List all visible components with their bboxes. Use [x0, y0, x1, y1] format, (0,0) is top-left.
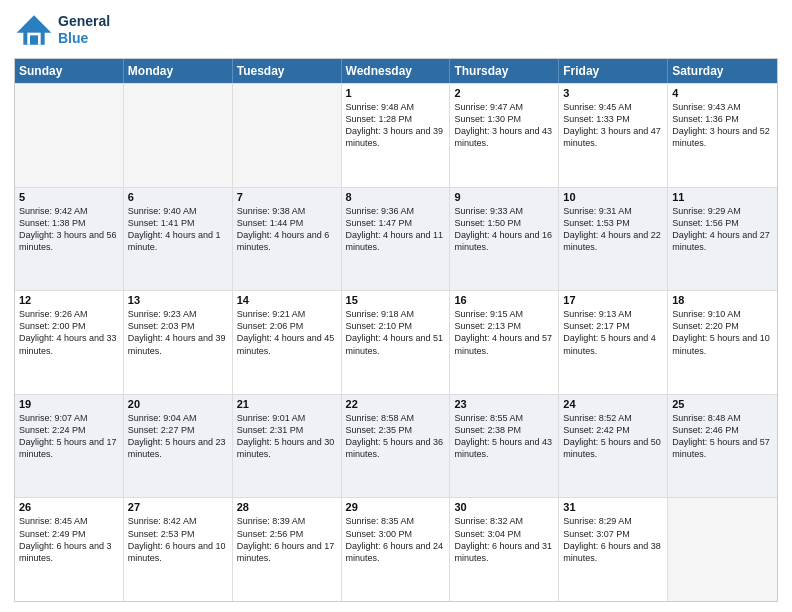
cell-text-21: Sunrise: 9:01 AM Sunset: 2:31 PM Dayligh… [237, 412, 337, 461]
cal-cell-14: 14Sunrise: 9:21 AM Sunset: 2:06 PM Dayli… [233, 291, 342, 394]
day-number-2: 2 [454, 87, 554, 99]
cal-cell-4: 4Sunrise: 9:43 AM Sunset: 1:36 PM Daylig… [668, 84, 777, 187]
day-number-5: 5 [19, 191, 119, 203]
cal-cell-12: 12Sunrise: 9:26 AM Sunset: 2:00 PM Dayli… [15, 291, 124, 394]
day-number-31: 31 [563, 501, 663, 513]
cell-text-2: Sunrise: 9:47 AM Sunset: 1:30 PM Dayligh… [454, 101, 554, 150]
day-number-24: 24 [563, 398, 663, 410]
day-number-23: 23 [454, 398, 554, 410]
cell-text-10: Sunrise: 9:31 AM Sunset: 1:53 PM Dayligh… [563, 205, 663, 254]
day-number-18: 18 [672, 294, 773, 306]
cal-row-1: 5Sunrise: 9:42 AM Sunset: 1:38 PM Daylig… [15, 187, 777, 291]
cell-text-7: Sunrise: 9:38 AM Sunset: 1:44 PM Dayligh… [237, 205, 337, 254]
logo: General Blue [14, 10, 110, 50]
day-number-15: 15 [346, 294, 446, 306]
day-number-17: 17 [563, 294, 663, 306]
cell-text-25: Sunrise: 8:48 AM Sunset: 2:46 PM Dayligh… [672, 412, 773, 461]
day-number-11: 11 [672, 191, 773, 203]
day-number-19: 19 [19, 398, 119, 410]
cal-row-4: 26Sunrise: 8:45 AM Sunset: 2:49 PM Dayli… [15, 497, 777, 601]
cal-cell-26: 26Sunrise: 8:45 AM Sunset: 2:49 PM Dayli… [15, 498, 124, 601]
cal-cell-28: 28Sunrise: 8:39 AM Sunset: 2:56 PM Dayli… [233, 498, 342, 601]
cal-cell-27: 27Sunrise: 8:42 AM Sunset: 2:53 PM Dayli… [124, 498, 233, 601]
cell-text-14: Sunrise: 9:21 AM Sunset: 2:06 PM Dayligh… [237, 308, 337, 357]
header-saturday: Saturday [668, 59, 777, 83]
header-wednesday: Wednesday [342, 59, 451, 83]
logo-text-blue: Blue [58, 30, 110, 47]
cal-cell-22: 22Sunrise: 8:58 AM Sunset: 2:35 PM Dayli… [342, 395, 451, 498]
cell-text-31: Sunrise: 8:29 AM Sunset: 3:07 PM Dayligh… [563, 515, 663, 564]
cal-cell-25: 25Sunrise: 8:48 AM Sunset: 2:46 PM Dayli… [668, 395, 777, 498]
day-number-16: 16 [454, 294, 554, 306]
cell-text-11: Sunrise: 9:29 AM Sunset: 1:56 PM Dayligh… [672, 205, 773, 254]
cell-text-13: Sunrise: 9:23 AM Sunset: 2:03 PM Dayligh… [128, 308, 228, 357]
header: General Blue [14, 10, 778, 50]
cal-cell-8: 8Sunrise: 9:36 AM Sunset: 1:47 PM Daylig… [342, 188, 451, 291]
day-number-20: 20 [128, 398, 228, 410]
cal-cell-20: 20Sunrise: 9:04 AM Sunset: 2:27 PM Dayli… [124, 395, 233, 498]
calendar: SundayMondayTuesdayWednesdayThursdayFrid… [14, 58, 778, 602]
calendar-header: SundayMondayTuesdayWednesdayThursdayFrid… [15, 59, 777, 83]
header-sunday: Sunday [15, 59, 124, 83]
cal-cell-7: 7Sunrise: 9:38 AM Sunset: 1:44 PM Daylig… [233, 188, 342, 291]
day-number-3: 3 [563, 87, 663, 99]
header-thursday: Thursday [450, 59, 559, 83]
day-number-26: 26 [19, 501, 119, 513]
cal-cell-23: 23Sunrise: 8:55 AM Sunset: 2:38 PM Dayli… [450, 395, 559, 498]
cell-text-28: Sunrise: 8:39 AM Sunset: 2:56 PM Dayligh… [237, 515, 337, 564]
cell-text-8: Sunrise: 9:36 AM Sunset: 1:47 PM Dayligh… [346, 205, 446, 254]
cal-cell-3: 3Sunrise: 9:45 AM Sunset: 1:33 PM Daylig… [559, 84, 668, 187]
header-tuesday: Tuesday [233, 59, 342, 83]
cal-cell-6: 6Sunrise: 9:40 AM Sunset: 1:41 PM Daylig… [124, 188, 233, 291]
cal-cell-empty-0-2 [233, 84, 342, 187]
cell-text-5: Sunrise: 9:42 AM Sunset: 1:38 PM Dayligh… [19, 205, 119, 254]
cal-row-3: 19Sunrise: 9:07 AM Sunset: 2:24 PM Dayli… [15, 394, 777, 498]
cal-cell-29: 29Sunrise: 8:35 AM Sunset: 3:00 PM Dayli… [342, 498, 451, 601]
calendar-body: 1Sunrise: 9:48 AM Sunset: 1:28 PM Daylig… [15, 83, 777, 601]
cell-text-26: Sunrise: 8:45 AM Sunset: 2:49 PM Dayligh… [19, 515, 119, 564]
cal-cell-10: 10Sunrise: 9:31 AM Sunset: 1:53 PM Dayli… [559, 188, 668, 291]
cal-cell-21: 21Sunrise: 9:01 AM Sunset: 2:31 PM Dayli… [233, 395, 342, 498]
svg-rect-2 [30, 35, 38, 44]
day-number-29: 29 [346, 501, 446, 513]
header-monday: Monday [124, 59, 233, 83]
cal-cell-11: 11Sunrise: 9:29 AM Sunset: 1:56 PM Dayli… [668, 188, 777, 291]
cal-cell-empty-0-0 [15, 84, 124, 187]
cell-text-24: Sunrise: 8:52 AM Sunset: 2:42 PM Dayligh… [563, 412, 663, 461]
day-number-22: 22 [346, 398, 446, 410]
cal-cell-30: 30Sunrise: 8:32 AM Sunset: 3:04 PM Dayli… [450, 498, 559, 601]
day-number-30: 30 [454, 501, 554, 513]
cell-text-16: Sunrise: 9:15 AM Sunset: 2:13 PM Dayligh… [454, 308, 554, 357]
cal-cell-18: 18Sunrise: 9:10 AM Sunset: 2:20 PM Dayli… [668, 291, 777, 394]
day-number-27: 27 [128, 501, 228, 513]
page: General Blue SundayMondayTuesdayWednesda… [0, 0, 792, 612]
cell-text-15: Sunrise: 9:18 AM Sunset: 2:10 PM Dayligh… [346, 308, 446, 357]
cal-cell-24: 24Sunrise: 8:52 AM Sunset: 2:42 PM Dayli… [559, 395, 668, 498]
cell-text-19: Sunrise: 9:07 AM Sunset: 2:24 PM Dayligh… [19, 412, 119, 461]
cal-cell-16: 16Sunrise: 9:15 AM Sunset: 2:13 PM Dayli… [450, 291, 559, 394]
cal-row-2: 12Sunrise: 9:26 AM Sunset: 2:00 PM Dayli… [15, 290, 777, 394]
cal-cell-13: 13Sunrise: 9:23 AM Sunset: 2:03 PM Dayli… [124, 291, 233, 394]
cell-text-17: Sunrise: 9:13 AM Sunset: 2:17 PM Dayligh… [563, 308, 663, 357]
cell-text-23: Sunrise: 8:55 AM Sunset: 2:38 PM Dayligh… [454, 412, 554, 461]
cell-text-4: Sunrise: 9:43 AM Sunset: 1:36 PM Dayligh… [672, 101, 773, 150]
day-number-10: 10 [563, 191, 663, 203]
day-number-6: 6 [128, 191, 228, 203]
day-number-25: 25 [672, 398, 773, 410]
day-number-7: 7 [237, 191, 337, 203]
cell-text-3: Sunrise: 9:45 AM Sunset: 1:33 PM Dayligh… [563, 101, 663, 150]
cell-text-6: Sunrise: 9:40 AM Sunset: 1:41 PM Dayligh… [128, 205, 228, 254]
day-number-8: 8 [346, 191, 446, 203]
cal-cell-9: 9Sunrise: 9:33 AM Sunset: 1:50 PM Daylig… [450, 188, 559, 291]
cell-text-12: Sunrise: 9:26 AM Sunset: 2:00 PM Dayligh… [19, 308, 119, 357]
day-number-13: 13 [128, 294, 228, 306]
cal-cell-2: 2Sunrise: 9:47 AM Sunset: 1:30 PM Daylig… [450, 84, 559, 187]
cell-text-22: Sunrise: 8:58 AM Sunset: 2:35 PM Dayligh… [346, 412, 446, 461]
day-number-9: 9 [454, 191, 554, 203]
cal-cell-empty-0-1 [124, 84, 233, 187]
cal-cell-17: 17Sunrise: 9:13 AM Sunset: 2:17 PM Dayli… [559, 291, 668, 394]
cell-text-29: Sunrise: 8:35 AM Sunset: 3:00 PM Dayligh… [346, 515, 446, 564]
day-number-12: 12 [19, 294, 119, 306]
header-friday: Friday [559, 59, 668, 83]
cal-cell-31: 31Sunrise: 8:29 AM Sunset: 3:07 PM Dayli… [559, 498, 668, 601]
